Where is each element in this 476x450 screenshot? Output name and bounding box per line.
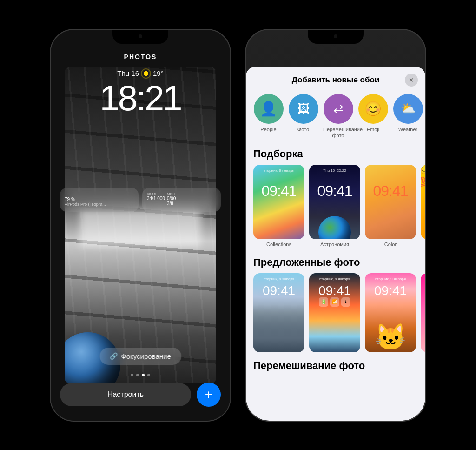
emoji-icon: 😊 [364, 101, 382, 117]
suggested-row: вторник, 9 января 09:41 вторник, 9 январ… [246, 273, 425, 352]
suggested-2-date: вторник, 9 января [309, 277, 360, 281]
astronomy-label: Астрономия [309, 242, 360, 247]
color-label: Color [365, 242, 416, 247]
mini-widget-1: 🔋 [319, 297, 328, 307]
fitness-icon: ↑↑ [65, 192, 134, 197]
section-suggested-title: Предложенные фото [246, 255, 425, 273]
section-podborka-title: Подборка [246, 146, 425, 165]
suggested-photo-2[interactable]: вторник, 9 января 09:41 🔋 📶 🌡 [309, 273, 360, 352]
left-screen: PHOTOS Thu 16 19° 18:21 ↑↑ 79 % AirPods … [51, 30, 230, 421]
modal-header: Добавить новые обои ✕ [246, 67, 425, 90]
modal-sheet: Добавить новые обои ✕ 👤 People [246, 67, 425, 421]
lock-time: 18:21 [51, 81, 230, 116]
category-photo[interactable]: 🖼 Фото [288, 94, 318, 139]
shuffle-icon-circle: ⇄ [324, 94, 353, 124]
temp-text: 19° [153, 69, 164, 77]
mini-widget-3: 🌡 [341, 297, 350, 307]
astronomy-date: Thu 16 22:22 [309, 168, 360, 173]
widget-fitness: ↑↑ 79 % AirPods Pro (Георги... [60, 188, 139, 212]
min-val: 0/90 [167, 196, 176, 201]
wallpaper-astronomy[interactable]: Thu 16 22:22 09:41 Астрономия [309, 165, 360, 247]
suggested-2-clock: 09:41 [309, 283, 360, 298]
widget-health: ККАЛ 34/1 000 МИН 0/90 3/8 [142, 188, 221, 212]
focus-button[interactable]: 🔗 Фокусирование [99, 348, 181, 365]
suggested-photo-4[interactable] [421, 273, 425, 352]
page-dots [51, 374, 230, 376]
weather-icon-circle: ⛅ [393, 94, 423, 124]
modal-title: Добавить новые обои [292, 75, 380, 85]
right-screen: Добавить новые обои ✕ 👤 People [246, 30, 425, 421]
astronomy-clock: 09:41 [309, 182, 360, 200]
people-icon-circle: 👤 [254, 94, 284, 124]
people-label: People [260, 127, 276, 133]
kcal-val: 34/1 000 [147, 196, 165, 201]
people-icon: 👤 [260, 101, 277, 117]
wallpaper-collections[interactable]: вторник, 9 января 09:41 Collections [253, 165, 304, 247]
left-phone: PHOTOS Thu 16 19° 18:21 ↑↑ 79 % AirPods … [50, 29, 231, 422]
focus-label: Фокусирование [121, 352, 171, 360]
suggested-photo-1[interactable]: вторник, 9 января 09:41 [253, 273, 304, 352]
photos-header: PHOTOS [51, 53, 230, 60]
sun-icon [142, 69, 150, 78]
dot-4 [147, 374, 150, 376]
right-phone: Добавить новые обои ✕ 👤 People [245, 29, 426, 422]
wallpaper-color[interactable]: 09:41 Color [365, 165, 416, 247]
emoji-label: Emoji [367, 127, 380, 133]
category-row: 👤 People 🖼 Фото ⇄ [246, 90, 425, 146]
add-button[interactable]: + [197, 383, 221, 407]
suggested-photo-3[interactable]: вторник, 9 января 09:41 🐱 [365, 273, 416, 352]
close-button[interactable]: ✕ [405, 74, 418, 87]
customize-button[interactable]: Настроить [60, 383, 191, 406]
collections-date: вторник, 9 января [253, 168, 304, 173]
link-icon: 🔗 [110, 352, 118, 360]
widget-overlay: 🔋 📶 🌡 [309, 297, 360, 307]
collections-card: вторник, 9 января 09:41 [253, 165, 304, 239]
category-shuffle[interactable]: ⇄ Перемешивание фото [323, 94, 353, 139]
left-camera [139, 34, 142, 38]
color-card: 09:41 [365, 165, 416, 239]
plus-icon: + [205, 387, 212, 402]
close-icon: ✕ [409, 76, 414, 84]
widgets-row: ↑↑ 79 % AirPods Pro (Георги... ККАЛ 34/1… [60, 188, 221, 212]
collections-clock: 09:41 [253, 182, 304, 200]
airpods-label: AirPods Pro (Георги... [65, 202, 134, 207]
collections-label: Collections [253, 242, 304, 247]
category-weather[interactable]: ⛅ Weather [393, 94, 423, 139]
shuffle-icon: ⇄ [333, 101, 344, 116]
right-camera [334, 34, 337, 38]
dot-1 [131, 374, 133, 376]
emoji-card [421, 165, 425, 239]
suggested-3-clock: 09:41 [365, 283, 416, 298]
steps-val: 3/8 [167, 201, 176, 206]
wallpaper-row: вторник, 9 января 09:41 Collections Thu … [246, 165, 425, 255]
mini-widget-2: 📶 [330, 297, 339, 307]
weather-label: Weather [398, 127, 417, 133]
color-clock: 09:41 [365, 182, 416, 200]
suggested-3-date: вторник, 9 января [365, 277, 416, 281]
lockscreen-content: Thu 16 19° 18:21 [51, 69, 230, 118]
category-people[interactable]: 👤 People [253, 94, 284, 139]
suggested-1-date: вторник, 9 января [253, 277, 304, 281]
shuffle-label: Перемешивание фото [323, 127, 353, 139]
dot-3 [142, 374, 145, 376]
fitness-val: 79 % [65, 197, 134, 202]
photo-icon: 🖼 [298, 101, 310, 116]
kcal-icon: ККАЛ [147, 192, 165, 196]
customize-label: Настроить [107, 390, 144, 398]
photo-label: Фото [298, 127, 309, 133]
weather-icon: ⛅ [401, 101, 416, 116]
emoji-icon-circle: 😊 [358, 94, 388, 124]
cat-emoji: 🐱 [375, 324, 407, 350]
bottom-bar: Настроить + [60, 383, 221, 407]
modal-scroll[interactable]: 👤 People 🖼 Фото ⇄ [246, 90, 425, 416]
earth-graphic [318, 216, 351, 239]
min-icon: МИН [167, 192, 176, 196]
dot-2 [136, 374, 139, 376]
astronomy-card: Thu 16 22:22 09:41 [309, 165, 360, 239]
wallpaper-emoji[interactable] [421, 165, 425, 247]
suggested-1-clock: 09:41 [253, 283, 304, 298]
photo-icon-circle: 🖼 [289, 94, 318, 124]
category-emoji[interactable]: 😊 Emoji [358, 94, 388, 139]
date-row: Thu 16 19° [51, 69, 230, 78]
date-text: Thu 16 [117, 69, 139, 77]
